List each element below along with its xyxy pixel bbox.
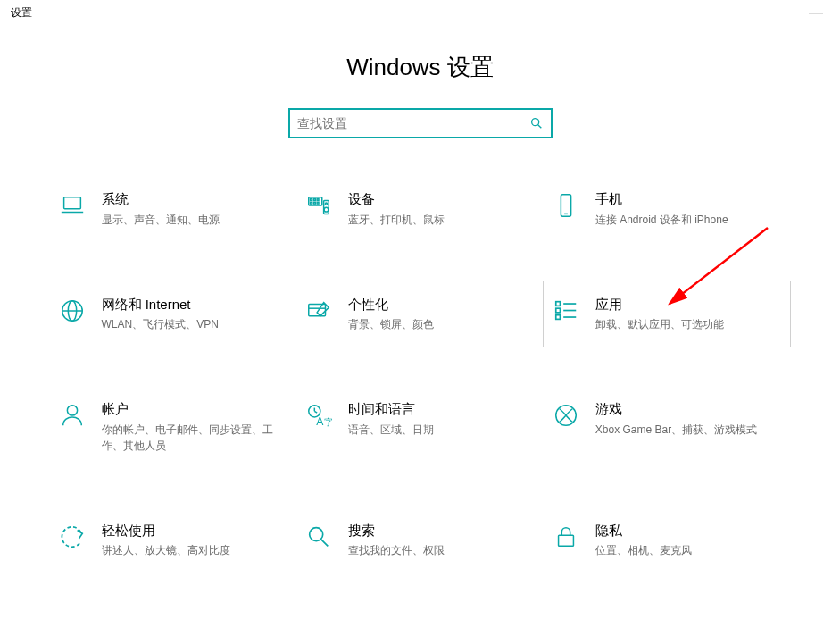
svg-line-30 <box>314 411 317 413</box>
svg-rect-14 <box>561 195 570 216</box>
svg-line-35 <box>321 539 329 546</box>
svg-rect-23 <box>556 314 561 319</box>
category-desc: 位置、相机、麦克风 <box>595 542 775 558</box>
category-label: 个性化 <box>348 296 528 314</box>
category-label: 隐私 <box>595 522 775 540</box>
search-box[interactable] <box>288 108 553 138</box>
svg-point-12 <box>325 203 327 205</box>
category-label: 手机 <box>595 190 775 208</box>
category-desc: 背景、锁屏、颜色 <box>348 316 528 332</box>
category-phone[interactable]: 手机 连接 Android 设备和 iPhone <box>544 183 791 235</box>
magnifier-icon <box>304 522 334 552</box>
svg-point-13 <box>324 207 329 212</box>
category-privacy[interactable]: 隐私 位置、相机、麦克风 <box>544 515 791 566</box>
minimize-button[interactable]: — <box>803 0 829 25</box>
svg-rect-36 <box>558 535 573 546</box>
category-desc: 蓝牙、打印机、鼠标 <box>348 212 528 228</box>
globe-icon <box>57 296 87 326</box>
settings-grid: 系统 显示、声音、通知、电源 设备 蓝牙、打印机、鼠标 手机 <box>50 183 791 628</box>
lock-icon <box>551 522 581 552</box>
category-label: 游戏 <box>595 400 775 418</box>
svg-point-0 <box>531 119 538 126</box>
time-language-icon: A 字 <box>304 400 334 431</box>
xbox-icon <box>551 400 581 431</box>
category-label: 应用 <box>595 296 775 314</box>
apps-list-icon <box>551 296 581 326</box>
category-label: 网络和 Internet <box>102 296 281 314</box>
category-desc: 查找我的文件、权限 <box>348 542 528 558</box>
paint-icon <box>304 296 334 326</box>
svg-rect-8 <box>311 202 312 204</box>
titlebar: 设置 — <box>0 0 840 25</box>
category-devices[interactable]: 设备 蓝牙、打印机、鼠标 <box>296 183 544 235</box>
category-accounts[interactable]: 帐户 你的帐户、电子邮件、同步设置、工作、其他人员 <box>50 393 297 461</box>
svg-point-27 <box>67 406 77 415</box>
svg-rect-6 <box>314 199 316 201</box>
svg-rect-9 <box>314 202 316 204</box>
svg-point-34 <box>310 527 323 540</box>
search-input[interactable] <box>297 116 529 130</box>
svg-line-1 <box>537 125 541 129</box>
category-personalization[interactable]: 个性化 背景、锁屏、颜色 <box>296 289 544 340</box>
category-ease-of-access[interactable]: 轻松使用 讲述人、放大镜、高对比度 <box>50 515 297 566</box>
category-label: 搜索 <box>348 522 528 540</box>
svg-text:字: 字 <box>324 417 332 427</box>
category-desc: Xbox Game Bar、捕获、游戏模式 <box>595 422 775 438</box>
category-gaming[interactable]: 游戏 Xbox Game Bar、捕获、游戏模式 <box>544 393 791 461</box>
person-icon <box>57 400 87 431</box>
category-label: 设备 <box>348 190 528 208</box>
accessibility-icon <box>57 522 87 552</box>
page-title: Windows 设置 <box>0 52 840 83</box>
devices-icon <box>304 190 334 221</box>
category-desc: 讲述人、放大镜、高对比度 <box>102 542 281 558</box>
category-desc: WLAN、飞行模式、VPN <box>102 316 281 332</box>
category-system[interactable]: 系统 显示、声音、通知、电源 <box>50 183 297 235</box>
svg-rect-5 <box>311 199 312 201</box>
category-label: 时间和语言 <box>348 400 528 418</box>
window-title: 设置 <box>11 5 32 21</box>
phone-icon <box>551 190 581 221</box>
svg-rect-22 <box>556 308 561 313</box>
category-desc: 连接 Android 设备和 iPhone <box>595 212 775 228</box>
category-label: 帐户 <box>102 400 281 418</box>
category-desc: 语音、区域、日期 <box>348 422 528 438</box>
svg-rect-7 <box>317 199 319 201</box>
category-time-language[interactable]: A 字 时间和语言 语音、区域、日期 <box>296 393 544 461</box>
category-search[interactable]: 搜索 查找我的文件、权限 <box>296 515 544 566</box>
laptop-icon <box>57 190 87 221</box>
svg-rect-21 <box>556 301 561 306</box>
category-desc: 卸载、默认应用、可选功能 <box>595 316 775 332</box>
category-desc: 显示、声音、通知、电源 <box>102 212 281 228</box>
svg-rect-2 <box>63 197 80 209</box>
category-update[interactable]: 更新和安全 Windows 更新、恢复、备份 <box>50 619 297 628</box>
category-network[interactable]: 网络和 Internet WLAN、飞行模式、VPN <box>50 289 297 340</box>
category-apps[interactable]: 应用 卸载、默认应用、可选功能 <box>544 281 791 347</box>
search-icon <box>529 116 544 130</box>
category-label: 轻松使用 <box>102 522 281 540</box>
svg-rect-10 <box>317 202 319 204</box>
category-desc: 你的帐户、电子邮件、同步设置、工作、其他人员 <box>102 422 281 454</box>
category-label: 系统 <box>102 190 281 208</box>
